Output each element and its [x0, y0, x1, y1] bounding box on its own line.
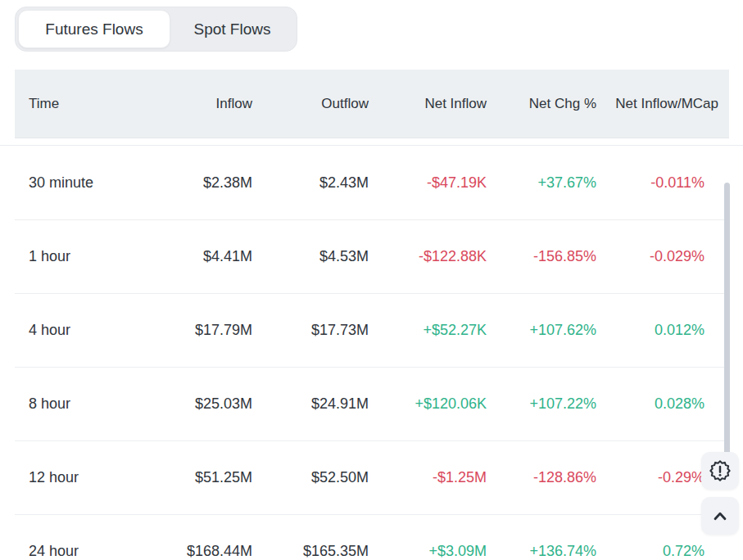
cell-time: 12 hour [15, 469, 170, 486]
cell-net-chg: +107.62% [487, 322, 596, 339]
badge-exclamation-icon [709, 459, 732, 482]
cell-time: 8 hour [15, 395, 170, 413]
header-divider [0, 145, 743, 146]
tab-futures-flows[interactable]: Futures Flows [18, 10, 170, 48]
tab-spot-flows[interactable]: Spot Flows [170, 10, 294, 48]
table-row: 4 hour $17.79M $17.73M +$52.27K +107.62%… [15, 294, 729, 368]
table-row: 1 hour $4.41M $4.53M -$122.88K -156.85% … [15, 220, 729, 294]
table-row: 24 hour $168.44M $165.35M +$3.09M +136.7… [15, 515, 729, 560]
header-net-inflow-mcap: Net Inflow/MCap [596, 96, 729, 112]
header-net-inflow: Net Inflow [369, 96, 487, 112]
cell-time: 4 hour [15, 322, 170, 339]
cell-net-inflow: -$122.88K [369, 248, 487, 265]
cell-inflow: $51.25M [170, 469, 252, 486]
cell-outflow: $52.50M [252, 469, 369, 486]
cell-inflow: $17.79M [170, 322, 252, 339]
cell-inflow: $25.03M [170, 395, 252, 413]
cell-net-inflow: +$3.09M [369, 543, 487, 560]
cell-net-inflow: -$47.19K [369, 174, 487, 192]
cell-net-chg: -128.86% [487, 469, 596, 486]
cell-outflow: $2.43M [252, 174, 369, 192]
cell-inflow: $2.38M [170, 174, 252, 192]
cell-net-inflow-mcap: -0.029% [596, 248, 729, 265]
cell-net-inflow: +$52.27K [369, 322, 487, 339]
header-inflow: Inflow [170, 96, 252, 112]
futures-flows-panel: Futures Flows Spot Flows Time Inflow Out… [0, 0, 743, 560]
cell-outflow: $24.91M [252, 395, 369, 413]
cell-time: 30 minute [15, 174, 170, 192]
cell-net-chg: +136.74% [487, 543, 596, 560]
tab-spot-flows-label: Spot Flows [194, 20, 271, 38]
cell-inflow: $168.44M [170, 543, 252, 560]
cell-net-chg: +107.22% [487, 395, 596, 413]
cell-net-inflow-mcap: -0.011% [596, 174, 729, 192]
header-time: Time [15, 96, 170, 112]
cell-net-inflow: -$1.25M [369, 469, 487, 486]
cell-net-inflow: +$120.06K [369, 395, 487, 413]
table-header-row: Time Inflow Outflow Net Inflow Net Chg %… [15, 70, 729, 138]
cell-inflow: $4.41M [170, 248, 252, 265]
cell-net-chg: +37.67% [487, 174, 596, 192]
cell-time: 1 hour [15, 248, 170, 265]
cell-net-inflow-mcap: 0.72% [596, 543, 729, 560]
cell-outflow: $17.73M [252, 322, 369, 339]
table-row: 30 minute $2.38M $2.43M -$47.19K +37.67%… [15, 147, 729, 220]
table-body: 30 minute $2.38M $2.43M -$47.19K +37.67%… [15, 147, 729, 560]
header-net-chg: Net Chg % [487, 96, 596, 112]
header-outflow: Outflow [252, 96, 369, 112]
tab-futures-flows-label: Futures Flows [45, 20, 143, 38]
cell-net-chg: -156.85% [487, 248, 596, 265]
alert-badge-button[interactable] [701, 452, 739, 490]
cell-net-inflow-mcap: 0.028% [596, 395, 729, 413]
cell-outflow: $165.35M [252, 543, 369, 560]
table-row: 12 hour $51.25M $52.50M -$1.25M -128.86%… [15, 441, 729, 515]
cell-net-inflow-mcap: 0.012% [596, 322, 729, 339]
table-row: 8 hour $25.03M $24.91M +$120.06K +107.22… [15, 368, 729, 441]
cell-outflow: $4.53M [252, 248, 369, 265]
flows-tab-group: Futures Flows Spot Flows [15, 7, 297, 52]
scroll-to-top-button[interactable] [701, 497, 739, 535]
cell-time: 24 hour [15, 543, 170, 560]
chevron-up-icon [709, 505, 731, 526]
table-scrollbar-thumb[interactable] [724, 183, 730, 467]
flows-table: Time Inflow Outflow Net Inflow Net Chg %… [0, 70, 743, 138]
